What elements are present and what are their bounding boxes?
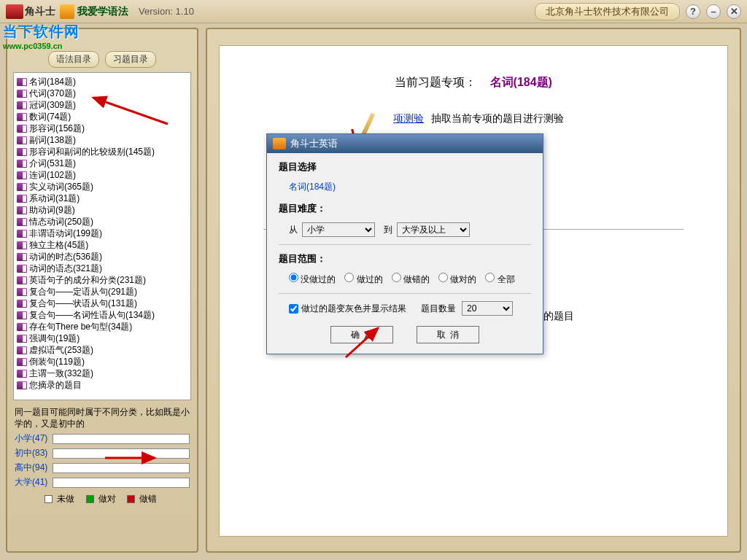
tree-item[interactable]: 副词(138题) xyxy=(15,134,189,146)
radio-option[interactable]: 做对的 xyxy=(438,274,476,284)
level-row[interactable]: 初中(83) xyxy=(15,447,190,459)
tree-item-label: 冠词(309题) xyxy=(29,99,76,111)
tree-item[interactable]: 复合句——状语从句(131题) xyxy=(15,298,189,309)
tree-item-label: 非谓语动词(199题) xyxy=(29,228,102,239)
tree-item[interactable]: 非谓语动词(199题) xyxy=(15,228,189,239)
tree-item[interactable]: 形容词(156题) xyxy=(15,122,189,134)
tree-item[interactable]: 情态动词(250题) xyxy=(15,216,189,228)
tree-item-label: 独立主格(45题) xyxy=(29,239,88,251)
tree-item[interactable]: 独立主格(45题) xyxy=(15,239,189,251)
dialog-titlebar[interactable]: 角斗士英语 xyxy=(267,134,543,153)
tree-item[interactable]: 虚拟语气(253题) xyxy=(15,344,189,356)
book-icon xyxy=(17,300,27,308)
level-row[interactable]: 高中(94) xyxy=(15,462,190,474)
close-button[interactable]: ✕ xyxy=(727,4,741,19)
tree-item-label: 强调句(19题) xyxy=(29,332,80,344)
level-name: 初中(83) xyxy=(15,447,53,459)
tree-item[interactable]: 连词(102题) xyxy=(15,169,189,181)
radio-option[interactable]: 做错的 xyxy=(392,274,430,284)
tree-item-label: 连词(102题) xyxy=(29,169,76,181)
app-brand: 角斗士 xyxy=(25,5,55,18)
level-name: 小学(47) xyxy=(15,432,53,445)
level-bar xyxy=(53,434,190,444)
tree-item[interactable]: 强调句(19题) xyxy=(15,332,189,344)
level-bar xyxy=(53,448,190,459)
tree-item-label: 系动词(31题) xyxy=(29,192,80,204)
book-icon xyxy=(17,218,27,226)
tree-item-label: 助动词(9题) xyxy=(29,204,75,216)
tree-item-label: 动词的语态(321题) xyxy=(29,262,102,274)
tree-item-label: 倒装句(119题) xyxy=(29,356,85,368)
dialog-crumb[interactable]: 名词(184题) xyxy=(289,181,531,193)
tree-item[interactable]: 助动词(9题) xyxy=(15,204,189,216)
tree-item-label: 虚拟语气(253题) xyxy=(29,344,93,356)
book-icon xyxy=(17,381,27,389)
book-icon xyxy=(17,195,27,203)
select-diff-from[interactable]: 小学 xyxy=(302,222,375,237)
dialog-section-title: 题目选择 xyxy=(279,160,531,174)
select-count[interactable]: 20 xyxy=(462,301,513,316)
radio-option[interactable]: 做过的 xyxy=(344,274,382,284)
titlebar: 角斗士 我爱学语法 Version: 1.10 北京角斗士软件技术有限公司 ? … xyxy=(0,0,747,23)
level-row[interactable]: 大学(41) xyxy=(15,476,190,489)
tree-item[interactable]: 形容词和副词的比较级别(145题) xyxy=(15,146,189,158)
minimize-button[interactable]: – xyxy=(706,4,721,19)
radio-option[interactable]: 没做过的 xyxy=(289,274,336,284)
book-icon xyxy=(17,101,27,109)
book-icon xyxy=(17,276,27,284)
tree-item[interactable]: 动词的语态(321题) xyxy=(15,262,189,274)
link-test[interactable]: 项测验 xyxy=(393,112,424,124)
dialog-question-select: 角斗士英语 题目选择 名词(184题) 题目难度： 从 小学 到 大学及以上 题… xyxy=(266,133,543,354)
tree-item-label: 情态动词(250题) xyxy=(29,216,93,228)
tree-item[interactable]: 代词(370题) xyxy=(15,88,189,99)
company-badge: 北京角斗士软件技术有限公司 xyxy=(535,3,680,20)
book-icon xyxy=(17,148,27,156)
range-label: 题目范围： xyxy=(279,252,531,265)
app-subtitle: 我爱学语法 xyxy=(77,5,128,18)
help-button[interactable]: ? xyxy=(686,4,700,19)
book-icon xyxy=(17,311,27,319)
ok-button[interactable]: 确定 xyxy=(330,326,393,343)
tab-exercises[interactable]: 习题目录 xyxy=(105,51,156,68)
radio-option[interactable]: 全部 xyxy=(485,274,514,284)
tree-item-label: 实义动词(365题) xyxy=(29,181,93,192)
book-icon xyxy=(17,370,27,378)
tree-item[interactable]: 复合句——定语从句(291题) xyxy=(15,286,189,298)
book-icon xyxy=(17,78,27,86)
difficulty-label: 题目难度： xyxy=(279,202,531,215)
book-icon xyxy=(17,171,27,179)
level-bar xyxy=(53,463,190,473)
tab-grammar[interactable]: 语法目录 xyxy=(48,51,99,68)
cancel-button[interactable]: 取消 xyxy=(417,326,479,343)
sidebar: 语法目录 习题目录 名词(184题)代词(370题)冠词(309题)数词(74题… xyxy=(6,28,198,553)
select-diff-to[interactable]: 大学及以上 xyxy=(397,222,470,237)
tree-item-label: 副词(138题) xyxy=(29,134,76,146)
tree-item-label: 动词的时态(536题) xyxy=(29,251,102,262)
tree-item[interactable]: 主谓一致(332题) xyxy=(15,368,189,379)
book-icon xyxy=(17,230,27,238)
tree-item[interactable]: 倒装句(119题) xyxy=(15,356,189,368)
tree-item[interactable]: 冠词(309题) xyxy=(15,99,189,111)
book-icon xyxy=(17,358,27,366)
book-icon xyxy=(17,288,27,296)
level-row[interactable]: 小学(47) xyxy=(15,432,190,445)
tree-item[interactable]: 实义动词(365题) xyxy=(15,181,189,192)
book-icon xyxy=(17,160,27,168)
tree-item[interactable]: 您摘录的题目 xyxy=(15,379,189,391)
tree-item[interactable]: 数词(74题) xyxy=(15,111,189,122)
level-name: 大学(41) xyxy=(15,476,53,489)
range-radios: 没做过的 做过的 做错的 做对的 全部 xyxy=(289,273,531,286)
version-label: Version: 1.10 xyxy=(139,6,194,17)
book-icon xyxy=(17,113,27,121)
tree-item[interactable]: 系动词(31题) xyxy=(15,192,189,204)
tree-item[interactable]: 存在句There be句型(34题) xyxy=(15,321,189,332)
level-name: 高中(94) xyxy=(15,462,53,474)
tree-item[interactable]: 英语句子的成分和分类(231题) xyxy=(15,274,189,286)
tree-item[interactable]: 名词(184题) xyxy=(15,76,189,88)
book-icon xyxy=(17,90,27,98)
tree-item[interactable]: 介词(531题) xyxy=(15,158,189,169)
checkbox-grayout[interactable] xyxy=(289,304,298,314)
tree-item[interactable]: 动词的时态(536题) xyxy=(15,251,189,262)
tree-item[interactable]: 复合句——名词性语从句(134题) xyxy=(15,309,189,321)
book-icon xyxy=(17,335,27,343)
